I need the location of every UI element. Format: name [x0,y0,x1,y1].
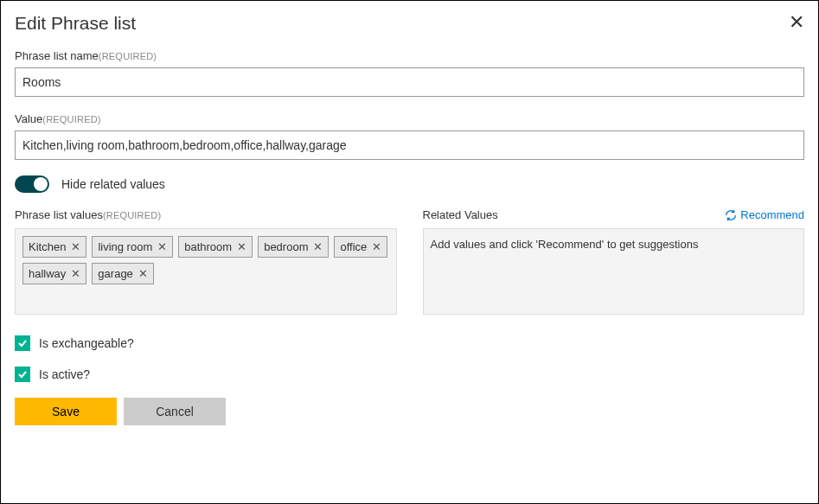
value-label-text: Value [15,112,42,125]
refresh-icon [725,209,737,221]
remove-tag-icon[interactable]: ✕ [138,268,148,279]
phrase-values-label: Phrase list values(REQUIRED) [15,208,161,221]
hide-related-toggle[interactable] [15,175,49,193]
active-checkbox[interactable] [15,367,30,382]
exchangeable-checkbox[interactable] [15,335,30,351]
phrase-tag: bathroom✕ [178,236,253,258]
name-input[interactable] [15,67,804,97]
phrase-tag-text: garage [98,267,132,280]
remove-tag-icon[interactable]: ✕ [313,241,323,252]
phrase-tag: hallway✕ [22,263,86,284]
phrase-tag: bedroom✕ [258,236,329,258]
edit-phrase-list-dialog: Edit Phrase list ✕ Phrase list name(REQU… [0,0,819,504]
phrase-tag-text: bathroom [184,240,232,253]
remove-tag-icon[interactable]: ✕ [157,241,167,252]
phrase-tag-text: living room [98,240,152,253]
recommend-button[interactable]: Recommend [725,208,804,221]
remove-tag-icon[interactable]: ✕ [237,241,246,252]
phrase-values-box: Kitchen✕living room✕bathroom✕bedroom✕off… [15,228,397,315]
phrase-tag-text: office [340,240,367,253]
exchangeable-label: Is exchangeable? [39,336,134,350]
remove-tag-icon[interactable]: ✕ [372,241,381,252]
related-values-section: Related Values Recommend Add values and … [423,208,805,315]
phrase-tag-text: hallway [29,267,66,280]
save-button[interactable]: Save [15,398,117,425]
phrase-values-label-text: Phrase list values [15,208,103,221]
phrase-tag: living room✕ [92,236,173,258]
phrase-tag: garage✕ [92,263,153,284]
phrase-tag-text: Kitchen [29,240,66,253]
close-icon[interactable]: ✕ [789,13,804,32]
active-label: Is active? [39,367,90,381]
checkmark-icon [17,369,28,380]
related-values-box: Add values and click 'Recommend' to get … [423,228,805,315]
checkmark-icon [17,338,28,348]
value-label: Value(REQUIRED) [15,112,804,125]
value-input[interactable] [15,131,804,160]
phrase-values-required: (REQUIRED) [103,210,161,220]
remove-tag-icon[interactable]: ✕ [71,241,80,252]
recommend-label: Recommend [740,208,804,221]
cancel-button[interactable]: Cancel [124,398,226,425]
hide-related-label: Hide related values [61,177,165,191]
phrase-values-section: Phrase list values(REQUIRED) Kitchen✕liv… [15,208,397,315]
phrase-tag: Kitchen✕ [22,236,86,258]
name-required: (REQUIRED) [99,51,157,61]
name-label: Phrase list name(REQUIRED) [15,49,804,62]
related-placeholder: Add values and click 'Recommend' to get … [431,238,699,251]
phrase-tag: office✕ [334,236,387,258]
dialog-title: Edit Phrase list [15,13,136,34]
value-required: (REQUIRED) [42,114,100,124]
remove-tag-icon[interactable]: ✕ [71,268,80,279]
phrase-tag-text: bedroom [264,240,308,253]
related-values-label: Related Values [423,208,498,221]
name-label-text: Phrase list name [15,49,99,62]
toggle-knob [34,177,48,191]
